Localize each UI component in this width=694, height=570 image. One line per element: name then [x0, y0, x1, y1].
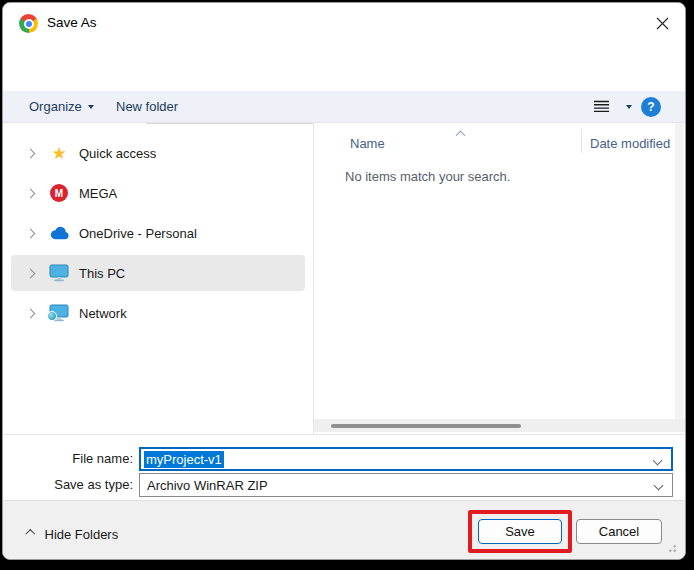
star-icon: ★: [48, 145, 70, 162]
globe-icon: [47, 311, 57, 321]
window-title: Save As: [47, 3, 97, 43]
new-folder-label: New folder: [116, 99, 178, 114]
expand-chevron-icon[interactable]: [27, 230, 37, 237]
save-button-label: Save: [505, 524, 535, 539]
title-bar: Save As: [3, 3, 685, 43]
footer-bar: Hide Folders Save Cancel: [3, 500, 685, 560]
sidebar-item-onedrive[interactable]: OneDrive - Personal: [11, 215, 305, 251]
resize-grip[interactable]: [666, 542, 677, 553]
hide-folders-button[interactable]: Hide Folders: [27, 527, 118, 542]
view-options-dropdown[interactable]: [626, 91, 632, 122]
new-folder-button[interactable]: New folder: [116, 91, 178, 122]
organize-label: Organize: [29, 99, 82, 114]
sidebar-item-network[interactable]: Network: [11, 295, 305, 331]
close-button[interactable]: [653, 14, 671, 32]
fields-separator: [3, 434, 685, 435]
organize-button[interactable]: Organize: [29, 91, 94, 122]
question-mark-icon: ?: [647, 100, 654, 114]
save-as-type-value: Archivo WinRAR ZIP: [147, 478, 268, 493]
monitor-icon: [48, 264, 70, 282]
sidebar-item-label: This PC: [79, 266, 125, 281]
save-button[interactable]: Save: [478, 519, 562, 544]
change-view-button[interactable]: [594, 91, 609, 122]
expand-chevron-icon[interactable]: [27, 190, 37, 197]
file-name-value: myProject-v1: [144, 451, 224, 468]
sidebar-item-mega[interactable]: M MEGA: [11, 175, 305, 211]
chevron-down-icon[interactable]: [653, 456, 663, 466]
chrome-logo-icon: [19, 14, 38, 33]
sidebar-item-label: Quick access: [79, 146, 156, 161]
column-header-name[interactable]: Name: [350, 132, 385, 156]
network-icon: [48, 304, 70, 322]
horizontal-scrollbar[interactable]: [314, 419, 685, 432]
save-as-type-combobox[interactable]: Archivo WinRAR ZIP: [139, 473, 673, 497]
cancel-button-label: Cancel: [599, 524, 639, 539]
sidebar-item-this-pc[interactable]: This PC: [11, 255, 305, 291]
sidebar-item-label: Network: [79, 306, 127, 321]
close-icon: [656, 17, 669, 30]
chevron-up-icon: [26, 530, 35, 539]
save-button-annotation-rectangle: Save: [468, 510, 572, 553]
cancel-button[interactable]: Cancel: [576, 519, 662, 544]
sidebar-item-label: OneDrive - Personal: [79, 226, 197, 241]
expand-chevron-icon[interactable]: [27, 310, 37, 317]
vertical-scrollbar[interactable]: [675, 123, 684, 419]
sort-ascending-icon: [457, 127, 464, 142]
list-view-icon: [594, 100, 609, 113]
mega-logo-icon: M: [48, 184, 70, 202]
navigation-bar: ← → ↑ « Des... › Edge I...: [3, 43, 685, 91]
sidebar-item-quick-access[interactable]: ★ Quick access: [11, 135, 305, 171]
help-button[interactable]: ?: [641, 97, 661, 117]
dropdown-triangle-icon: [88, 105, 94, 109]
command-toolbar: Organize New folder ?: [3, 91, 685, 123]
save-as-type-label: Save as type:: [3, 473, 133, 497]
file-list-panel: Name Date modified No items match your s…: [314, 123, 685, 434]
column-divider[interactable]: [581, 129, 582, 153]
file-name-combobox[interactable]: myProject-v1: [139, 447, 673, 471]
chevron-down-icon[interactable]: [654, 481, 664, 491]
empty-list-message: No items match your search.: [345, 169, 510, 184]
dropdown-triangle-icon: [626, 105, 632, 109]
expand-chevron-icon[interactable]: [27, 270, 37, 277]
column-header-date-modified[interactable]: Date modified: [590, 132, 670, 156]
save-as-dialog: Save As ← → ↑ « Des... › Edge I...: [2, 2, 686, 560]
sidebar-item-label: MEGA: [79, 186, 117, 201]
hide-folders-label: Hide Folders: [45, 527, 119, 542]
file-name-label: File name:: [3, 447, 133, 471]
expand-chevron-icon[interactable]: [27, 150, 37, 157]
horizontal-scrollbar-thumb[interactable]: [331, 424, 521, 428]
onedrive-cloud-icon: [48, 227, 70, 240]
